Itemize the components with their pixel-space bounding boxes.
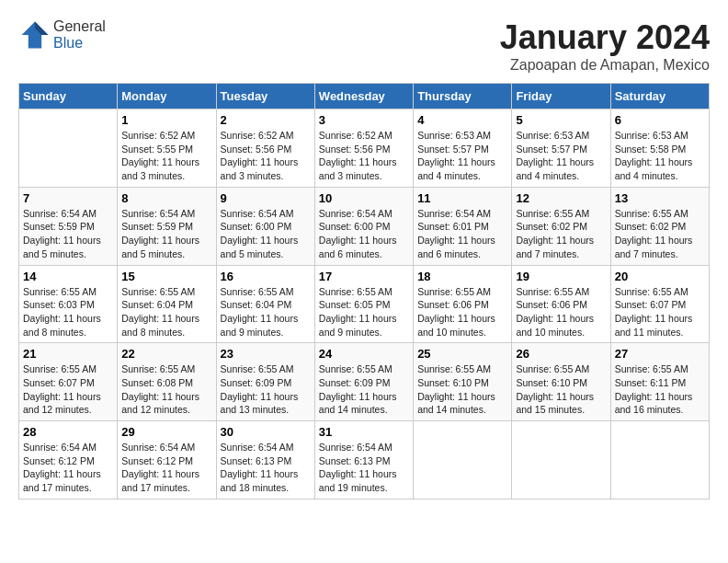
day-info: Sunrise: 6:55 AMSunset: 6:09 PMDaylight:… xyxy=(319,362,409,417)
col-header-thursday: Thursday xyxy=(414,84,512,109)
day-info: Sunrise: 6:53 AMSunset: 5:57 PMDaylight:… xyxy=(516,129,606,183)
day-number: 19 xyxy=(516,270,606,283)
col-header-tuesday: Tuesday xyxy=(216,84,314,109)
calendar-day-cell: 9Sunrise: 6:54 AMSunset: 6:00 PMDaylight… xyxy=(216,187,314,265)
day-number: 6 xyxy=(615,113,705,127)
day-info: Sunrise: 6:54 AMSunset: 6:01 PMDaylight:… xyxy=(417,207,507,261)
calendar-day-cell: 20Sunrise: 6:55 AMSunset: 6:07 PMDayligh… xyxy=(610,265,709,343)
day-number: 15 xyxy=(121,270,211,283)
day-info: Sunrise: 6:54 AMSunset: 6:12 PMDaylight:… xyxy=(23,441,113,495)
day-number: 11 xyxy=(417,191,507,205)
calendar-day-cell: 8Sunrise: 6:54 AMSunset: 5:59 PMDaylight… xyxy=(118,187,216,265)
day-info: Sunrise: 6:53 AMSunset: 5:58 PMDaylight:… xyxy=(615,129,705,183)
col-header-wednesday: Wednesday xyxy=(314,84,413,109)
calendar-day-cell: 25Sunrise: 6:55 AMSunset: 6:10 PMDayligh… xyxy=(414,343,512,421)
day-number: 9 xyxy=(221,191,311,205)
day-info: Sunrise: 6:55 AMSunset: 6:03 PMDaylight:… xyxy=(23,285,113,339)
title-block: January 2024 Zapoapan de Amapan, Mexico xyxy=(500,18,710,74)
day-info: Sunrise: 6:55 AMSunset: 6:04 PMDaylight:… xyxy=(221,285,311,339)
calendar-day-cell: 16Sunrise: 6:55 AMSunset: 6:04 PMDayligh… xyxy=(216,265,314,343)
day-info: Sunrise: 6:55 AMSunset: 6:02 PMDaylight:… xyxy=(516,207,606,261)
day-info: Sunrise: 6:55 AMSunset: 6:07 PMDaylight:… xyxy=(615,285,705,339)
day-info: Sunrise: 6:55 AMSunset: 6:07 PMDaylight:… xyxy=(23,362,113,417)
calendar-day-cell: 17Sunrise: 6:55 AMSunset: 6:05 PMDayligh… xyxy=(314,265,413,343)
calendar-day-cell: 12Sunrise: 6:55 AMSunset: 6:02 PMDayligh… xyxy=(512,187,610,265)
empty-day-cell xyxy=(19,109,118,188)
day-info: Sunrise: 6:55 AMSunset: 6:04 PMDaylight:… xyxy=(121,285,211,339)
day-number: 31 xyxy=(319,425,409,439)
calendar-day-cell: 2Sunrise: 6:52 AMSunset: 5:56 PMDaylight… xyxy=(216,109,314,188)
calendar-week-row: 14Sunrise: 6:55 AMSunset: 6:03 PMDayligh… xyxy=(19,265,710,343)
day-info: Sunrise: 6:55 AMSunset: 6:10 PMDaylight:… xyxy=(417,362,507,417)
day-info: Sunrise: 6:54 AMSunset: 6:00 PMDaylight:… xyxy=(221,207,311,261)
empty-day-cell xyxy=(512,421,610,500)
day-number: 30 xyxy=(221,425,311,439)
logo-icon xyxy=(18,18,51,52)
day-number: 21 xyxy=(23,347,113,361)
day-info: Sunrise: 6:55 AMSunset: 6:11 PMDaylight:… xyxy=(615,362,705,417)
empty-day-cell xyxy=(610,421,709,500)
day-number: 8 xyxy=(121,191,211,205)
calendar-week-row: 1Sunrise: 6:52 AMSunset: 5:55 PMDaylight… xyxy=(19,109,710,188)
day-info: Sunrise: 6:55 AMSunset: 6:10 PMDaylight:… xyxy=(516,362,606,417)
day-number: 23 xyxy=(221,347,311,361)
logo: General Blue xyxy=(18,18,106,52)
calendar-day-cell: 10Sunrise: 6:54 AMSunset: 6:00 PMDayligh… xyxy=(314,187,413,265)
day-number: 7 xyxy=(23,191,113,205)
calendar-day-cell: 28Sunrise: 6:54 AMSunset: 6:12 PMDayligh… xyxy=(19,421,118,500)
logo-text: General Blue xyxy=(53,18,106,52)
day-info: Sunrise: 6:55 AMSunset: 6:02 PMDaylight:… xyxy=(615,207,705,261)
day-number: 16 xyxy=(221,270,311,283)
day-info: Sunrise: 6:54 AMSunset: 6:12 PMDaylight:… xyxy=(121,441,211,495)
calendar-day-cell: 21Sunrise: 6:55 AMSunset: 6:07 PMDayligh… xyxy=(19,343,118,421)
location: Zapoapan de Amapan, Mexico xyxy=(500,57,710,74)
day-number: 28 xyxy=(23,425,113,439)
day-info: Sunrise: 6:55 AMSunset: 6:09 PMDaylight:… xyxy=(221,362,311,417)
day-number: 1 xyxy=(121,113,211,127)
calendar-day-cell: 30Sunrise: 6:54 AMSunset: 6:13 PMDayligh… xyxy=(216,421,314,500)
day-number: 5 xyxy=(516,113,606,127)
day-number: 27 xyxy=(615,347,705,361)
day-number: 4 xyxy=(417,113,507,127)
calendar-day-cell: 18Sunrise: 6:55 AMSunset: 6:06 PMDayligh… xyxy=(414,265,512,343)
calendar-day-cell: 31Sunrise: 6:54 AMSunset: 6:13 PMDayligh… xyxy=(314,421,413,500)
month-title: January 2024 xyxy=(500,18,710,57)
calendar-day-cell: 27Sunrise: 6:55 AMSunset: 6:11 PMDayligh… xyxy=(610,343,709,421)
day-number: 17 xyxy=(319,270,409,283)
calendar-day-cell: 1Sunrise: 6:52 AMSunset: 5:55 PMDaylight… xyxy=(118,109,216,188)
day-number: 25 xyxy=(417,347,507,361)
calendar-day-cell: 5Sunrise: 6:53 AMSunset: 5:57 PMDaylight… xyxy=(512,109,610,188)
col-header-sunday: Sunday xyxy=(19,84,118,109)
calendar-day-cell: 6Sunrise: 6:53 AMSunset: 5:58 PMDaylight… xyxy=(610,109,709,188)
calendar-day-cell: 15Sunrise: 6:55 AMSunset: 6:04 PMDayligh… xyxy=(118,265,216,343)
day-number: 10 xyxy=(319,191,409,205)
day-number: 26 xyxy=(516,347,606,361)
day-info: Sunrise: 6:54 AMSunset: 6:13 PMDaylight:… xyxy=(221,441,311,495)
col-header-monday: Monday xyxy=(118,84,216,109)
day-info: Sunrise: 6:55 AMSunset: 6:06 PMDaylight:… xyxy=(516,285,606,339)
day-info: Sunrise: 6:55 AMSunset: 6:08 PMDaylight:… xyxy=(121,362,211,417)
calendar-day-cell: 24Sunrise: 6:55 AMSunset: 6:09 PMDayligh… xyxy=(314,343,413,421)
calendar-day-cell: 19Sunrise: 6:55 AMSunset: 6:06 PMDayligh… xyxy=(512,265,610,343)
day-info: Sunrise: 6:52 AMSunset: 5:56 PMDaylight:… xyxy=(221,129,311,183)
calendar-day-cell: 23Sunrise: 6:55 AMSunset: 6:09 PMDayligh… xyxy=(216,343,314,421)
day-info: Sunrise: 6:55 AMSunset: 6:05 PMDaylight:… xyxy=(319,285,409,339)
day-number: 3 xyxy=(319,113,409,127)
day-number: 12 xyxy=(516,191,606,205)
calendar-day-cell: 29Sunrise: 6:54 AMSunset: 6:12 PMDayligh… xyxy=(118,421,216,500)
calendar-day-cell: 4Sunrise: 6:53 AMSunset: 5:57 PMDaylight… xyxy=(414,109,512,188)
calendar-day-cell: 3Sunrise: 6:52 AMSunset: 5:56 PMDaylight… xyxy=(314,109,413,188)
calendar-week-row: 28Sunrise: 6:54 AMSunset: 6:12 PMDayligh… xyxy=(19,421,710,500)
day-number: 20 xyxy=(615,270,705,283)
page-header: General Blue January 2024 Zapoapan de Am… xyxy=(18,18,710,74)
day-info: Sunrise: 6:52 AMSunset: 5:56 PMDaylight:… xyxy=(319,129,409,183)
day-number: 14 xyxy=(23,270,113,283)
day-info: Sunrise: 6:52 AMSunset: 5:55 PMDaylight:… xyxy=(121,129,211,183)
calendar-header-row: SundayMondayTuesdayWednesdayThursdayFrid… xyxy=(19,84,710,109)
day-number: 18 xyxy=(417,270,507,283)
calendar-week-row: 21Sunrise: 6:55 AMSunset: 6:07 PMDayligh… xyxy=(19,343,710,421)
day-info: Sunrise: 6:54 AMSunset: 5:59 PMDaylight:… xyxy=(121,207,211,261)
day-info: Sunrise: 6:54 AMSunset: 6:00 PMDaylight:… xyxy=(319,207,409,261)
day-info: Sunrise: 6:53 AMSunset: 5:57 PMDaylight:… xyxy=(417,129,507,183)
day-info: Sunrise: 6:54 AMSunset: 5:59 PMDaylight:… xyxy=(23,207,113,261)
